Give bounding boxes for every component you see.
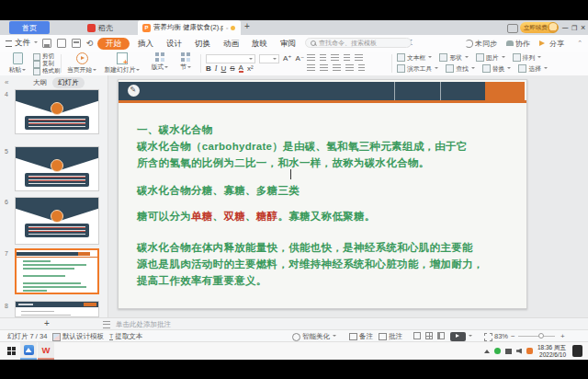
line-spacing-icon[interactable] [355,54,363,61]
tab-outline[interactable]: 大纲 [28,77,52,88]
message-icon[interactable] [507,24,518,33]
underline-button[interactable]: U [220,64,226,73]
file-menu[interactable]: 文件 [6,35,38,52]
save-icon[interactable] [42,39,51,48]
section-button[interactable]: 节 [176,52,195,72]
close-button[interactable]: × [581,22,585,33]
menu-tab-审阅[interactable]: 审阅 [274,35,302,52]
reading-view-icon[interactable] [437,332,445,339]
ribbon-button-查找[interactable]: 查找 [446,64,475,74]
slideshow-options-icon[interactable] [469,335,472,339]
slide-thumbnail-5[interactable] [15,146,99,191]
slide-text-line[interactable]: 所含的氢氧的比例为二比一，和水一样，故称为碳水化合物。 [137,155,517,171]
ribbon-button-排列[interactable]: 排列 [513,53,542,63]
bullet-list-icon[interactable] [307,54,315,61]
beautify-button[interactable]: 智能美化 [292,332,336,341]
tab-slides[interactable]: 幻灯片 [52,77,85,88]
tray-green-icon[interactable] [494,348,501,354]
new-tab-button[interactable]: + [244,21,250,31]
undo-icon[interactable]: ⟲ [86,39,94,48]
zoom-slider-knob[interactable] [538,333,544,339]
action-center-button[interactable] [572,345,582,357]
menu-tab-开始[interactable]: 开始 [97,38,130,50]
menu-tab-插入[interactable]: 插入 [131,35,160,52]
slide-text-line[interactable]: 源也是肌肉活动时的主要燃料，对维持神经系统和心脏功能，增加耐力， [137,256,517,272]
superscript-button[interactable]: x² [247,64,254,73]
font-color-button[interactable]: A [239,64,243,73]
taskbar-app-blue[interactable] [20,342,37,360]
slide-canvas[interactable]: 一、碳水化合物碳水化合物（carbohydrate）是由碳、氢和氧三种元素组成，… [108,75,588,317]
slide-thumbnail-4[interactable] [15,89,99,134]
format-painter-button[interactable]: 格式刷 [33,68,61,75]
slide-text-line[interactable]: 碳水化合物在体内释放能量快，供能也快，是神经系统和心肌的主要能 [137,239,517,256]
ribbon-button-替换[interactable]: 替换 [482,64,512,74]
slide-thumbnail-8[interactable] [15,301,99,317]
menu-tab-设计[interactable]: 设计 [160,35,188,52]
avatar[interactable] [548,22,559,33]
slide-text[interactable]: 一、碳水化合物碳水化合物（carbohydrate）是由碳、氢和氧三种元素组成，… [137,121,517,289]
zoom-slider-track[interactable] [518,336,555,337]
align-center-icon[interactable] [320,64,328,71]
menu-tab-动画[interactable]: 动画 [217,35,245,52]
layout-button[interactable]: 版式 [147,52,173,72]
paste-button[interactable]: 粘贴 [6,52,29,75]
copy-button[interactable]: 复制 [33,61,61,67]
export-pdf-icon[interactable] [57,39,66,48]
pin-icon[interactable]: ▫ [226,25,228,31]
indent-increase-icon[interactable] [344,54,350,61]
cut-button[interactable]: 剪切 [33,53,61,60]
taskbar-clock[interactable]: 18:36 周五 2022/6/10 [537,344,566,358]
menu-tab-切换[interactable]: 切换 [188,35,217,52]
extract-text-button[interactable]: T提取文本 [109,332,142,341]
slideshow-button[interactable] [450,332,466,341]
align-left-icon[interactable] [307,64,315,71]
slide-sorter-icon[interactable] [425,332,433,339]
ribbon-button-形状[interactable]: 形状 [439,53,469,63]
normal-view-icon[interactable] [413,332,421,339]
comment-placeholder[interactable]: 单击此处添加批注 [116,320,171,329]
notes-button[interactable]: 备注 [349,332,373,341]
ribbon-button-图片[interactable]: 图片 [476,53,505,63]
ribbon-button-文本框[interactable]: 文本框 [397,53,432,63]
share-button[interactable]: 分享 [539,39,564,49]
slide-thumbnail-7[interactable] [15,248,99,294]
zoom-in-button[interactable]: + [560,332,565,340]
restore-button[interactable]: ❐ [571,23,577,34]
indent-decrease-icon[interactable] [331,54,339,61]
strikethrough-button[interactable]: S [230,64,234,73]
theme-button[interactable]: 默认设计模板 [52,332,104,341]
bold-button[interactable]: B [206,64,211,73]
play-from-current-button[interactable]: 当页开始 [66,52,97,75]
slide-text-line[interactable]: 碳水化合物（carbohydrate）是由碳、氢和氧三种元素组成，由于它 [137,138,517,155]
new-slide-button[interactable]: + [44,318,50,328]
align-justify-icon[interactable] [345,64,354,71]
slide-thumbnail-6[interactable] [15,197,99,245]
align-right-icon[interactable] [333,64,341,71]
ribbon-button-选择[interactable]: 选择 [518,64,548,74]
new-slide-button-ribbon[interactable]: 新建幻灯片 [101,52,143,75]
slide-7[interactable]: 一、碳水化合物碳水化合物（carbohydrate）是由碳、氢和氧三种元素组成，… [118,79,527,309]
tray-volume-icon[interactable] [516,349,522,354]
sync-status[interactable]: 未同步 [465,39,497,49]
collapse-panel-icon[interactable]: « [5,78,8,86]
taskbar-app-wps[interactable]: W [38,342,54,360]
search-box[interactable]: 查找命令、搜索模板 [305,38,412,48]
zoom-out-button[interactable]: − [511,332,515,340]
docer-tab[interactable]: 稻壳 [87,21,113,34]
member-button[interactable]: 立即续费 [520,22,557,33]
slide-text-line[interactable]: 提高工作效率有重要意义。 [137,272,517,289]
fit-slide-icon[interactable] [484,333,492,341]
font-size-select[interactable] [259,54,279,63]
slide-text-line[interactable]: 一、碳水化合物 [137,121,517,138]
slide-text-line[interactable]: 糖可以分为单糖、双糖、糖醇。寡糖又称低聚糖。 [137,208,517,224]
collapse-ribbon-icon[interactable]: ⌃ [577,40,582,47]
tray-expand-icon[interactable] [484,347,490,353]
menu-tab-放映[interactable]: 放映 [245,35,274,52]
collaborate-button[interactable]: 协作 [506,39,530,49]
minimize-button[interactable]: ─ [562,22,568,33]
decrease-font-button[interactable]: A⁻ [296,54,305,63]
start-button[interactable] [3,342,19,360]
numbered-list-icon[interactable] [320,54,326,61]
ribbon-button-演示工具[interactable]: 演示工具 [397,64,438,74]
comments-button[interactable]: 批注 [379,332,402,341]
